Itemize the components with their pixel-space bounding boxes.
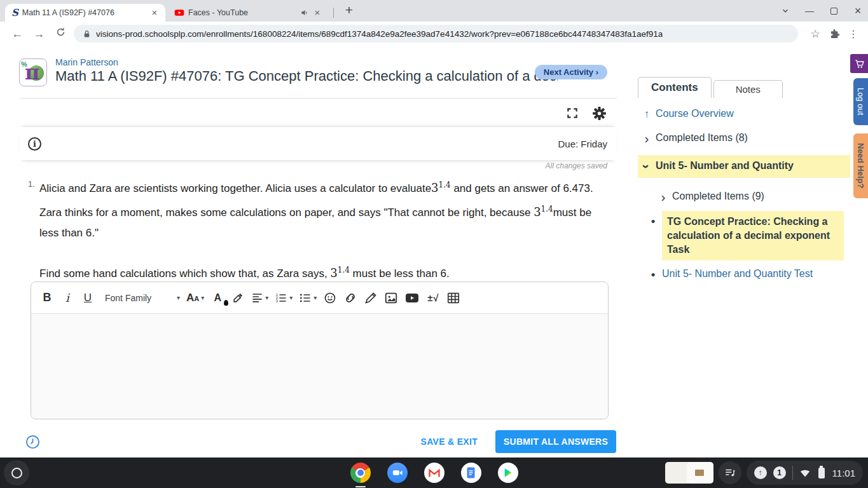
- tab-schoolsplp[interactable]: S Math 11 A (IS92F) #47076 ×: [5, 4, 165, 22]
- new-tab-button[interactable]: +: [341, 3, 357, 18]
- color-drop-icon: [224, 300, 228, 306]
- active-app-indicator: [355, 486, 366, 488]
- question-paragraph-1: Alicia and Zara are scientists working t…: [39, 175, 608, 243]
- url-text: visions-prod.schoolsplp.com/enrollments/…: [96, 29, 663, 39]
- bookmark-star-icon[interactable]: ☆: [806, 27, 825, 41]
- tab-search-chevron-icon[interactable]: [779, 6, 792, 15]
- chrome-app-icon[interactable]: [350, 463, 371, 483]
- minimize-button[interactable]: —: [803, 6, 816, 16]
- ordered-list-dropdown[interactable]: 123▾: [275, 288, 293, 308]
- sidebar-item-current-task[interactable]: • TG Concept Practice: Checking a calcul…: [644, 215, 850, 257]
- cart-button[interactable]: [850, 54, 868, 73]
- math-exponent: 31.4: [330, 266, 350, 280]
- sidebar-item-unit5[interactable]: › Unit 5- Number and Quantity: [638, 155, 850, 178]
- tab-notes[interactable]: Notes: [713, 80, 783, 98]
- highlighter-button[interactable]: [231, 288, 245, 308]
- need-help-button[interactable]: Need Help?: [853, 133, 868, 198]
- audio-playing-icon[interactable]: [300, 8, 309, 17]
- sidebar-item-completed-9[interactable]: › Completed Items (9): [654, 191, 850, 203]
- zoom-app-icon[interactable]: [387, 463, 408, 483]
- due-date: Due: Friday: [558, 139, 607, 149]
- docs-app-icon[interactable]: [461, 463, 481, 483]
- insert-table-button[interactable]: [446, 288, 460, 308]
- address-bar[interactable]: visions-prod.schoolsplp.com/enrollments/…: [74, 25, 798, 43]
- notification-previews[interactable]: [665, 462, 713, 484]
- info-icon[interactable]: i: [28, 137, 41, 151]
- font-size-dropdown[interactable]: AA▾: [186, 288, 204, 308]
- forward-button[interactable]: →: [28, 27, 50, 41]
- restore-button[interactable]: [827, 8, 840, 15]
- tab-contents[interactable]: Contents: [638, 77, 712, 98]
- sidebar-item-completed-8[interactable]: › Completed Items (8): [638, 132, 850, 145]
- tab-youtube[interactable]: Faces - YouTube ×: [168, 4, 328, 22]
- answer-editor: B i U Font Family▾ AA▾ A ▾ 123▾ ▾: [31, 281, 609, 419]
- next-activity-button[interactable]: Next Activity ›: [535, 65, 607, 79]
- font-family-dropdown[interactable]: Font Family▾: [105, 288, 180, 308]
- due-bar: i Due: Friday: [19, 127, 617, 160]
- up-arrow-icon: ↑: [638, 108, 656, 121]
- submit-all-answers-button[interactable]: SUBMIT ALL ANSWERS: [495, 430, 616, 453]
- wifi-icon: [799, 468, 811, 478]
- settings-gear-icon[interactable]: [591, 105, 607, 121]
- editor-toolbar: B i U Font Family▾ AA▾ A ▾ 123▾ ▾: [31, 282, 608, 314]
- save-exit-button[interactable]: SAVE & EXIT: [421, 437, 478, 447]
- gmail-app-icon[interactable]: [424, 463, 444, 483]
- sidebar-item-unit5-test[interactable]: • Unit 5- Number and Quantity Test: [644, 268, 850, 282]
- system-clock: 11:01: [832, 468, 855, 478]
- fullscreen-button[interactable]: [566, 107, 579, 119]
- tab-title: Math 11 A (IS92F) #47076: [22, 8, 145, 17]
- play-store-app-icon[interactable]: [498, 463, 518, 483]
- answer-input[interactable]: [31, 314, 608, 419]
- sidebar-item-course-overview[interactable]: ↑ Course Overview: [638, 108, 850, 121]
- insert-image-button[interactable]: [384, 288, 398, 308]
- logout-button[interactable]: Log out: [853, 78, 868, 125]
- question-paragraph-2: Find some hand calculations which show t…: [39, 260, 608, 284]
- teacher-link[interactable]: Marin Patterson: [55, 57, 118, 67]
- bold-button[interactable]: B: [40, 288, 54, 308]
- window-preview[interactable]: [687, 462, 713, 484]
- align-dropdown[interactable]: ▾: [251, 288, 268, 308]
- page-content: % π Marin Patterson Math 11 A (IS92F) #4…: [0, 46, 868, 458]
- bullet-icon: •: [644, 215, 662, 229]
- youtube-favicon: [174, 8, 184, 18]
- notification-count-badge: 1: [773, 466, 786, 479]
- tab-title: Faces - YouTube: [188, 8, 296, 17]
- chromeos-shelf: ↑ 1 11:01: [0, 458, 868, 488]
- bullet-list-dropdown[interactable]: ▾: [299, 288, 317, 308]
- caret-icon: ▾: [313, 294, 317, 301]
- course-avatar: % π: [19, 58, 47, 86]
- italic-button[interactable]: i: [60, 288, 74, 308]
- underline-button[interactable]: U: [81, 288, 95, 308]
- math-exponent: 31.4: [431, 181, 451, 194]
- reload-button[interactable]: [50, 27, 71, 41]
- work-footer: SAVE & EXIT SUBMIT ALL ANSWERS: [19, 430, 616, 453]
- course-header: % π Marin Patterson Math 11 A (IS92F) #4…: [19, 54, 617, 98]
- status-tray[interactable]: ↑ 1 11:01: [747, 461, 863, 485]
- browser-menu-icon[interactable]: ⋮: [844, 28, 863, 40]
- lock-icon[interactable]: [83, 29, 91, 39]
- autosave-status: All changes saved: [19, 161, 607, 170]
- math-equation-button[interactable]: ±√: [426, 288, 440, 308]
- contents-sidebar: Contents Notes ↑ Course Overview › Compl…: [638, 46, 850, 458]
- pencil-button[interactable]: [364, 288, 378, 308]
- close-window-button[interactable]: ×: [851, 4, 864, 18]
- timer-clock-icon[interactable]: [25, 435, 40, 449]
- media-controls-button[interactable]: [719, 461, 741, 484]
- link-button[interactable]: [343, 288, 357, 308]
- emoji-button[interactable]: [323, 288, 337, 308]
- chevron-down-icon: ›: [640, 158, 653, 175]
- back-button[interactable]: ←: [6, 27, 28, 41]
- insert-video-button[interactable]: [404, 288, 420, 308]
- chevron-right-icon: ›: [638, 132, 656, 145]
- extensions-icon[interactable]: [825, 29, 844, 39]
- pi-icon: π: [25, 60, 39, 85]
- activity-tools: [19, 99, 617, 127]
- close-tab-icon[interactable]: ×: [149, 7, 160, 18]
- chevron-right-icon: ›: [654, 191, 672, 203]
- close-tab-icon[interactable]: ×: [312, 7, 323, 18]
- caret-icon: ▾: [201, 294, 204, 301]
- font-color-button[interactable]: A: [210, 288, 224, 308]
- caret-icon: ▾: [289, 294, 293, 301]
- launcher-button[interactable]: [4, 460, 29, 485]
- schoolsplp-favicon: S: [11, 7, 18, 18]
